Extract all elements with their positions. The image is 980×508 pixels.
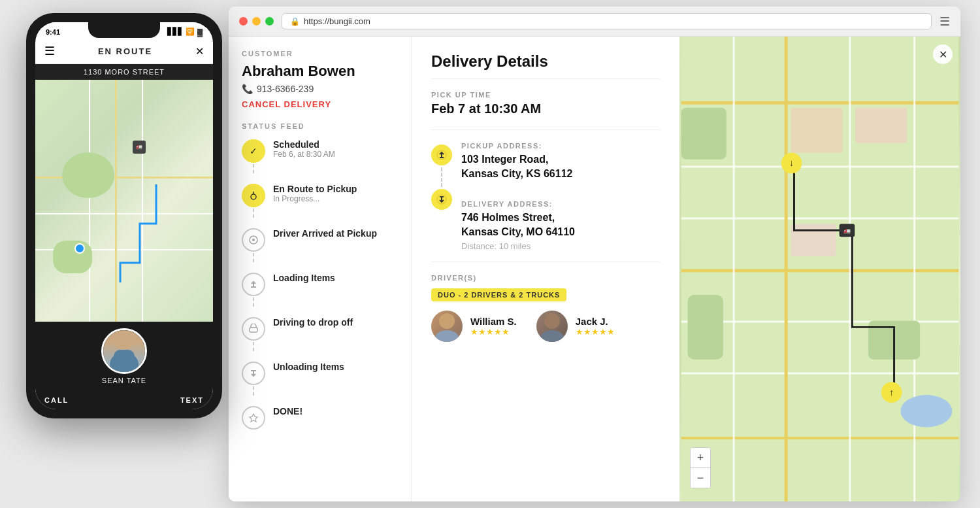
svg-rect-33 xyxy=(849,37,851,501)
minimize-button[interactable] xyxy=(252,17,261,25)
status-icon-loading xyxy=(242,273,265,296)
driver-avatar xyxy=(101,328,147,374)
call-button[interactable]: CALL xyxy=(44,396,69,404)
status-icon-scheduled: ✓ xyxy=(242,139,265,163)
maximize-button[interactable] xyxy=(265,17,274,25)
svg-point-22 xyxy=(540,330,564,342)
svg-point-19 xyxy=(439,313,455,329)
map-close-button[interactable]: ✕ xyxy=(933,44,953,64)
battery-icon: ▓ xyxy=(197,28,203,36)
status-main-enroute: En Route to Pickup xyxy=(273,184,398,194)
sidebar-panel: CUSTOMER Abraham Bowen 📞 913-6366-239 CA… xyxy=(229,37,412,501)
menu-icon[interactable]: ☰ xyxy=(44,44,55,58)
svg-marker-12 xyxy=(250,414,257,422)
pickup-time-row: PICK UP TIME Feb 7 at 10:30 AM xyxy=(431,91,660,116)
phone-map: 🚛 xyxy=(35,80,213,322)
svg-rect-36 xyxy=(688,295,723,360)
phone-header: ☰ EN ROUTE ✕ xyxy=(35,39,213,64)
svg-point-38 xyxy=(900,395,952,427)
status-sub-scheduled: Feb 6, at 8:30 AM xyxy=(273,150,398,159)
phone-device: 9:41 ▋▋▋ 🛜 ▓ ☰ EN ROUTE ✕ 1130 MORO STRE… xyxy=(26,13,222,418)
status-main-loading: Loading Items xyxy=(273,273,398,283)
driver-photo-1 xyxy=(431,311,463,342)
svg-rect-29 xyxy=(681,373,959,375)
driver-info-1: William S. ★★★★★ xyxy=(470,316,517,337)
close-icon[interactable]: ✕ xyxy=(195,45,204,58)
status-sub-enroute: In Progress... xyxy=(273,194,398,203)
phone-address-bar: 1130 MORO STREET xyxy=(35,64,213,80)
status-main-arrived: Driver Arrived at Pickup xyxy=(273,228,398,239)
status-item-scheduled: ✓ Scheduled Feb 6, at 8:30 AM xyxy=(242,139,398,175)
status-icons: ▋▋▋ 🛜 ▓ xyxy=(167,27,203,36)
svg-rect-30 xyxy=(681,437,959,439)
status-icon-done xyxy=(242,406,265,430)
traffic-lights xyxy=(239,17,274,25)
svg-point-3 xyxy=(251,194,256,199)
status-main-scheduled: Scheduled xyxy=(273,139,398,150)
close-x-icon: ✕ xyxy=(939,48,947,61)
pickup-time-value: Feb 7 at 10:30 AM xyxy=(431,101,660,116)
svg-rect-26 xyxy=(681,218,959,220)
drivers-row: William S. ★★★★★ xyxy=(431,311,660,342)
driver-stars-1: ★★★★★ xyxy=(470,327,517,337)
phone-number: 913-6366-239 xyxy=(257,84,314,94)
svg-text:↓: ↓ xyxy=(789,158,794,168)
status-main-unloading: Unloading Items xyxy=(273,362,398,372)
status-item-unloading: Unloading Items xyxy=(242,362,398,397)
customer-section-label: CUSTOMER xyxy=(242,50,398,58)
delivery-address-line2: Kansas City, MO 64110 xyxy=(461,225,660,239)
map-panel: ↑ 🚛 ↓ + − xyxy=(679,37,960,501)
cancel-delivery-button[interactable]: CANCEL DELIVERY xyxy=(242,99,398,109)
map-zoom-controls: + − xyxy=(690,447,711,488)
zoom-out-button[interactable]: − xyxy=(691,468,710,488)
pickup-address-line1: 103 Integer Road, xyxy=(461,152,660,167)
driver-stars-2: ★★★★★ xyxy=(576,327,615,337)
status-feed-label: STATUS FEED xyxy=(242,122,398,130)
svg-text:↑: ↑ xyxy=(889,387,894,398)
map-route-svg xyxy=(35,80,213,322)
customer-phone: 📞 913-6366-239 xyxy=(242,84,398,94)
driver-name: SEAN TATE xyxy=(102,377,146,384)
phone-time: 9:41 xyxy=(46,28,60,36)
delivery-address-label: DELIVERY ADDRESS: xyxy=(461,200,660,208)
svg-rect-35 xyxy=(681,108,727,160)
svg-rect-41 xyxy=(855,108,907,143)
status-item-loading: Loading Items xyxy=(242,273,398,308)
main-panel: Delivery Details PICK UP TIME Feb 7 at 1… xyxy=(412,37,679,501)
zoom-in-button[interactable]: + xyxy=(691,448,710,467)
svg-rect-24 xyxy=(681,101,959,105)
svg-rect-27 xyxy=(681,269,959,273)
pickup-address-line2: Kansas City, KS 66112 xyxy=(461,167,660,181)
text-button[interactable]: TEXT xyxy=(180,396,204,404)
lock-icon: 🔒 xyxy=(290,17,300,26)
svg-point-21 xyxy=(544,313,560,329)
phone-address-text: 1130 MORO STREET xyxy=(84,68,165,76)
address-section: PICKUP ADDRESS: 103 Integer Road, Kansas… xyxy=(431,142,660,251)
status-icon-driving xyxy=(242,317,265,341)
phone-action-bar: CALL TEXT xyxy=(35,391,213,409)
svg-rect-34 xyxy=(913,37,915,501)
divider xyxy=(431,262,660,262)
distance-text: Distance: 10 miles xyxy=(461,241,660,251)
divider xyxy=(431,78,660,79)
svg-rect-2 xyxy=(114,350,135,365)
svg-rect-31 xyxy=(733,37,735,501)
pickup-address-label: PICKUP ADDRESS: xyxy=(461,142,660,150)
hamburger-icon[interactable]: ☰ xyxy=(939,14,950,29)
svg-rect-9 xyxy=(250,328,257,332)
delivery-details-title: Delivery Details xyxy=(431,52,660,71)
close-button[interactable] xyxy=(239,17,248,25)
drivers-section-label: DRIVER(S) xyxy=(431,274,660,282)
driver-info-2: Jack J. ★★★★★ xyxy=(576,316,615,337)
map-background: ↑ 🚛 ↓ + − xyxy=(679,37,960,501)
phone-mockup: 9:41 ▋▋▋ 🛜 ▓ ☰ EN ROUTE ✕ 1130 MORO STRE… xyxy=(26,13,222,418)
browser-url-bar[interactable]: 🔒 https://bungii.com xyxy=(282,13,932,29)
delivery-address-line1: 746 Holmes Street, xyxy=(461,211,660,225)
status-main-done: DONE! xyxy=(273,406,398,416)
driver-photo-2 xyxy=(536,311,568,342)
customer-name: Abraham Bowen xyxy=(242,63,398,80)
delivery-pin-icon xyxy=(431,189,452,210)
svg-rect-32 xyxy=(785,37,788,501)
address-block: PICKUP ADDRESS: 103 Integer Road, Kansas… xyxy=(461,142,660,251)
phone-title: EN ROUTE xyxy=(98,46,152,56)
